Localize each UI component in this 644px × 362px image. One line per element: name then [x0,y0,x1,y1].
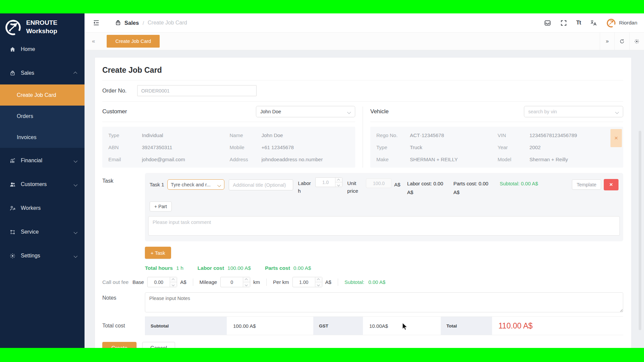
tab-settings-gear-icon[interactable] [629,33,644,50]
service-icon [9,229,16,235]
tabs-scroll-right[interactable]: » [600,33,614,50]
order-no-label: Order No. [102,87,137,94]
workshop-logo-icon: SHOP [4,18,22,36]
mileage-label: Mileage [200,279,217,285]
template-button[interactable]: Template [572,179,601,190]
form-actions: Create Cancel [102,342,623,348]
divider [193,279,193,286]
tab-create-job-card[interactable]: Create Job Card [107,35,160,48]
sidebar-item-service[interactable]: Service [0,225,85,239]
subtotal-value: 100.00 A$ [227,317,313,335]
sidebar-item-financial[interactable]: Financial [0,154,85,167]
customer-select[interactable]: John Doe [256,106,355,117]
step-up-icon[interactable] [170,277,177,282]
customers-icon [9,181,16,188]
step-down-icon[interactable] [315,282,322,287]
step-up-icon[interactable] [315,277,322,282]
call-out-fee-row: Call out fee Base 0.00 A$ Mileage 0 [102,277,623,287]
task-parts-cost: Parts cost: 0.00 A$ [453,179,493,196]
mileage-unit: km [253,279,260,285]
subtotal-key: Subtotal [145,317,227,335]
user-name: Riordan [619,20,637,26]
top-header: Sales / Create Job Card Tt [85,13,644,33]
sidebar-item-customers[interactable]: Customers [0,178,85,191]
avatar [606,18,616,28]
task-section-label: Task [102,173,145,241]
breadcrumb-separator: / [143,20,144,26]
chevron-down-icon [615,110,619,114]
customer-heading: Customer [102,108,127,115]
sales-icon [9,70,16,76]
step-down-icon[interactable] [243,282,250,287]
top-green-bar [0,0,644,13]
task-additional-title-input[interactable] [229,179,293,190]
base-unit: A$ [180,279,186,285]
sidebar-item-settings[interactable]: Settings [0,249,85,262]
sidebar-item-sales[interactable]: Sales [0,66,85,80]
page-title: Create Job Card [102,66,623,80]
font-size-icon[interactable]: Tt [576,19,581,26]
fullscreen-icon[interactable] [560,19,567,26]
gst-key: GST [313,317,364,335]
header-actions: Tt Riordan [544,18,637,28]
add-part-button[interactable]: + Part [150,201,172,212]
sidebar-item-orders[interactable]: Orders [0,106,85,127]
per-km-label: Per km [273,279,289,285]
unit-price-label: Unit price [347,179,363,195]
step-up-icon[interactable] [335,178,342,182]
workers-icon [9,205,16,212]
base-fee-stepper[interactable]: 0.00 [147,277,177,287]
user-menu[interactable]: Riordan [606,18,637,28]
scrollbar-thumb[interactable] [639,131,641,330]
call-out-fee-label: Call out fee [102,279,132,285]
task-section: Task Task 1 Tyre check and r... Labor h [102,173,623,241]
total-cost-row: Total cost Subtotal 100.00 A$ GST 10.00A… [102,316,623,335]
sales-icon [115,19,121,26]
inbox-icon[interactable] [544,19,551,26]
sidebar-item-create-job-card[interactable]: Create Job Card [0,84,85,106]
vehicle-vin-select[interactable]: search by vin [524,106,623,117]
customer-panel: Customer John Doe Type Individual Name [102,106,355,168]
per-km-unit: A$ [325,279,331,285]
order-no-input[interactable] [137,85,257,96]
notes-row: Notes [102,292,623,312]
total-key: Total [441,317,493,335]
task-type-select[interactable]: Tyre check and r... [167,179,224,190]
step-down-icon[interactable] [170,282,177,287]
sidebar-item-home[interactable]: Home [0,43,85,56]
customer-vehicle-section: Customer John Doe Type Individual Name [102,102,623,168]
refresh-icon[interactable] [614,33,629,50]
app-window: SHOP ENROUTE Workshop Home Sales [0,13,644,348]
cancel-button[interactable]: Cancel [142,342,175,348]
delete-task-button[interactable]: × [604,179,619,190]
tabs-scroll-left[interactable]: « [92,38,101,45]
add-task-button[interactable]: + Task [145,247,171,259]
breadcrumb-current-page: Create Job Card [148,20,187,26]
breadcrumb-sales[interactable]: Sales [124,20,139,26]
clear-vehicle-button[interactable]: × [610,129,622,147]
order-number-row: Order No. [102,80,623,102]
sidebar: SHOP ENROUTE Workshop Home Sales [0,13,85,348]
total-cost-label: Total cost [102,323,145,329]
per-km-stepper[interactable]: 1.00 [292,277,322,287]
task-card: Task 1 Tyre check and r... Labor h 1.0 [145,173,623,241]
base-label: Base [132,279,144,285]
step-down-icon[interactable] [335,182,342,187]
sidebar-item-invoices[interactable]: Invoices [0,127,85,148]
customer-details: Type Individual Name John Doe ABN 392473… [102,127,355,168]
step-up-icon[interactable] [243,277,250,282]
create-button[interactable]: Create [102,342,137,348]
notes-input[interactable] [145,292,623,312]
mileage-stepper[interactable]: 0 [220,277,250,287]
tab-bar: « Create Job Card » [85,33,644,50]
sidebar-item-workers[interactable]: Workers [0,201,85,215]
task-comment-input[interactable] [148,216,620,236]
menu-fold-icon[interactable] [93,19,100,26]
task-totals-line: Total hours1 h Labor cost100.00 A$ Parts… [145,265,623,271]
vehicle-panel: Vehicle search by vin Rego No. ACT·12345… [370,106,623,168]
unit-price-input[interactable]: 100.0 [366,178,391,188]
labor-hours-stepper[interactable]: 1.0 [315,177,342,187]
sales-submenu: Create Job Card Orders Invoices [0,84,85,148]
stepper-arrows[interactable] [335,178,342,187]
translate-icon[interactable] [590,19,597,26]
